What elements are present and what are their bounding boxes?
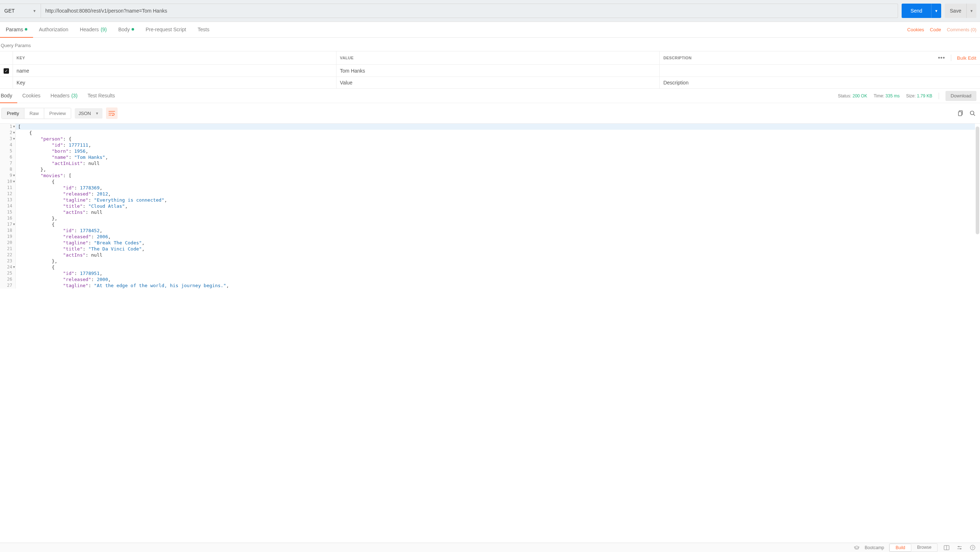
more-icon[interactable]: ••• [938, 55, 945, 61]
tab-params[interactable]: Params [0, 22, 33, 38]
param-checkbox[interactable]: ✓ [3, 68, 9, 74]
svg-line-3 [974, 114, 975, 116]
resp-tab-cookies[interactable]: Cookies [17, 89, 46, 103]
send-button[interactable]: Send [902, 3, 931, 18]
th-checkbox [0, 51, 13, 65]
save-button[interactable]: Save [945, 3, 966, 18]
tab-params-label: Params [6, 27, 23, 32]
tab-body-label: Body [118, 27, 130, 32]
link-cookies[interactable]: Cookies [907, 27, 924, 32]
resp-tab-headers[interactable]: Headers (3) [46, 89, 83, 103]
tab-tests-label: Tests [198, 27, 210, 32]
tab-tests[interactable]: Tests [192, 22, 215, 38]
view-pretty[interactable]: Pretty [2, 108, 24, 119]
th-key: KEY [13, 51, 336, 65]
scrollbar[interactable] [976, 127, 979, 234]
query-params-table: KEY VALUE DESCRIPTION ••• Bulk Edit ✓ na… [0, 51, 980, 89]
params-indicator-dot [25, 28, 27, 30]
url-value: http://localhost:8080/rest/v1/person?nam… [45, 8, 167, 14]
param-key-cell[interactable]: name [13, 65, 336, 77]
send-group: Send ▼ [902, 3, 941, 18]
request-bar: GET ▼ http://localhost:8080/rest/v1/pers… [0, 0, 980, 22]
search-button[interactable] [969, 109, 977, 117]
response-view-row: Pretty Raw Preview JSON ▼ [0, 103, 980, 123]
view-mode-segment: Pretty Raw Preview [2, 108, 71, 119]
url-input[interactable]: http://localhost:8080/rest/v1/person?nam… [41, 3, 898, 18]
save-group: Save ▼ [945, 3, 977, 18]
save-dropdown[interactable]: ▼ [966, 3, 977, 18]
param-value-placeholder[interactable]: Value [336, 77, 660, 89]
separator [951, 55, 951, 61]
param-key-placeholder[interactable]: Key [13, 77, 336, 89]
tab-auth-label: Authorization [39, 27, 68, 32]
format-value: JSON [78, 111, 91, 116]
method-select[interactable]: GET ▼ [0, 3, 41, 18]
param-row: ✓ name Tom Hanks [0, 65, 980, 77]
resp-tab-body-label: Body [1, 93, 12, 99]
response-meta: Status: 200 OK Time: 335 ms Size: 1.79 K… [838, 91, 980, 101]
wrap-icon [108, 111, 115, 116]
format-select[interactable]: JSON ▼ [75, 108, 102, 119]
request-links: Cookies Code Comments (0) [907, 27, 980, 32]
copy-button[interactable] [957, 109, 965, 117]
resp-tab-tests-label: Test Results [88, 93, 115, 99]
tab-headers[interactable]: Headers (9) [74, 22, 113, 38]
send-dropdown[interactable]: ▼ [931, 3, 941, 18]
view-preview[interactable]: Preview [44, 108, 71, 119]
param-desc-cell[interactable] [660, 65, 980, 77]
param-key: name [16, 68, 29, 74]
time-value: 335 ms [885, 94, 899, 99]
response-tabs: Body Cookies Headers (3) Test Results St… [0, 89, 980, 103]
query-params-title: Query Params [0, 38, 980, 51]
resp-tab-headers-label: Headers [51, 93, 70, 99]
th-description: DESCRIPTION ••• Bulk Edit [660, 51, 980, 65]
wrap-lines-button[interactable] [106, 107, 118, 119]
tab-prerequest[interactable]: Pre-request Script [140, 22, 192, 38]
tab-authorization[interactable]: Authorization [33, 22, 74, 38]
code-lines: [ { "person": { "id": 1777111, "born": 1… [16, 124, 980, 289]
link-code[interactable]: Code [930, 27, 941, 32]
tab-headers-count: (9) [101, 27, 107, 32]
tab-body[interactable]: Body [113, 22, 140, 38]
param-desc-placeholder[interactable]: Description [660, 77, 980, 89]
gutter: 1▼2▼3▼456789▼10▼11121314151617▼181920212… [0, 124, 16, 289]
th-desc-label: DESCRIPTION [663, 56, 691, 60]
chevron-down-icon: ▼ [95, 111, 99, 115]
tab-prerequest-label: Pre-request Script [146, 27, 186, 32]
view-raw[interactable]: Raw [24, 108, 44, 119]
response-body[interactable]: 1▼2▼3▼456789▼10▼11121314151617▼181920212… [0, 123, 980, 289]
request-tabs: Params Authorization Headers (9) Body Pr… [0, 22, 980, 38]
param-row-empty: Key Value Description [0, 77, 980, 89]
param-value: Tom Hanks [340, 68, 365, 74]
svg-point-2 [970, 111, 974, 115]
resp-tab-headers-count: (3) [71, 93, 77, 99]
tab-headers-label: Headers [80, 27, 99, 32]
body-indicator-dot [132, 28, 134, 30]
separator [939, 93, 939, 99]
search-icon [970, 110, 975, 116]
method-value: GET [4, 8, 15, 14]
th-value: VALUE [336, 51, 660, 65]
svg-rect-1 [958, 112, 962, 116]
param-checkbox-empty [0, 77, 13, 89]
resp-tab-tests[interactable]: Test Results [83, 89, 120, 103]
copy-icon [958, 110, 964, 116]
chevron-down-icon: ▼ [33, 9, 36, 13]
size-value: 1.79 KB [917, 94, 932, 99]
status-label: Status: [838, 94, 851, 99]
link-comments[interactable]: Comments (0) [947, 27, 977, 32]
size-label: Size: [906, 94, 916, 99]
time-label: Time: [873, 94, 885, 99]
resp-tab-cookies-label: Cookies [22, 93, 41, 99]
bulk-edit-link[interactable]: Bulk Edit [957, 55, 977, 61]
download-button[interactable]: Download [945, 91, 977, 101]
param-value-cell[interactable]: Tom Hanks [336, 65, 660, 77]
resp-tab-body[interactable]: Body [0, 89, 17, 103]
status-value: 200 OK [853, 94, 867, 99]
